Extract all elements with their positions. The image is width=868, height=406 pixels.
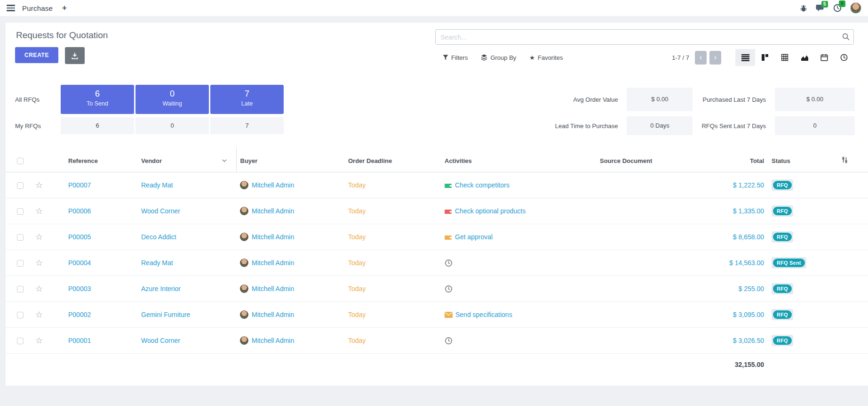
reference-link[interactable]: P00005 bbox=[68, 233, 91, 241]
create-button[interactable]: CREATE bbox=[15, 47, 58, 63]
app-title[interactable]: Purchase bbox=[22, 4, 53, 12]
row-checkbox[interactable] bbox=[17, 338, 24, 344]
buyer-link[interactable]: Mitchell Admin bbox=[252, 207, 294, 215]
my-rfqs-waiting[interactable]: 0 bbox=[135, 117, 209, 134]
row-checkbox[interactable] bbox=[17, 260, 24, 267]
table-row[interactable]: ☆ P00001 Wood Corner Mitchell Admin Toda… bbox=[6, 328, 868, 354]
buyer-link[interactable]: Mitchell Admin bbox=[252, 233, 294, 241]
activity-link[interactable]: Send specifications bbox=[455, 311, 512, 318]
calendar-view-icon[interactable] bbox=[814, 49, 834, 66]
kpi-tile-waiting[interactable]: 0 Waiting bbox=[135, 85, 209, 114]
total-amount: $ 8,658.00 bbox=[733, 233, 764, 241]
header-buyer[interactable]: Buyer bbox=[236, 147, 344, 172]
table-row[interactable]: ☆ P00006 Wood Corner Mitchell Admin Toda… bbox=[6, 198, 868, 224]
header-source-document[interactable]: Source Document bbox=[596, 147, 701, 172]
header-status[interactable]: Status bbox=[768, 147, 821, 172]
clock-icon[interactable] bbox=[445, 259, 453, 267]
menu-toggle-icon[interactable] bbox=[7, 5, 15, 11]
my-rfqs-late[interactable]: 7 bbox=[210, 117, 284, 134]
header-order-deadline[interactable]: Order Deadline bbox=[344, 147, 441, 172]
buyer-avatar bbox=[240, 259, 248, 267]
table-row[interactable]: ☆ P00004 Ready Mat Mitchell Admin Today … bbox=[6, 250, 868, 276]
header-reference[interactable]: Reference bbox=[55, 147, 137, 172]
row-checkbox[interactable] bbox=[17, 208, 24, 215]
buyer-link[interactable]: Mitchell Admin bbox=[252, 285, 294, 292]
activities-clock-icon[interactable]: 9 bbox=[833, 4, 842, 12]
favorite-star-icon[interactable]: ☆ bbox=[35, 206, 43, 216]
row-checkbox[interactable] bbox=[17, 312, 24, 318]
table-row[interactable]: ☆ P00005 Deco Addict Mitchell Admin Toda… bbox=[6, 224, 868, 250]
tasks-icon[interactable] bbox=[445, 235, 452, 240]
reference-link[interactable]: P00004 bbox=[68, 259, 91, 267]
header-vendor[interactable]: Vendor bbox=[137, 147, 236, 172]
reference-link[interactable]: P00007 bbox=[68, 181, 91, 189]
group-by-button[interactable]: Group By bbox=[481, 54, 516, 61]
search-icon[interactable] bbox=[842, 33, 850, 41]
vendor-link[interactable]: Ready Mat bbox=[141, 181, 173, 189]
favorite-star-icon[interactable]: ☆ bbox=[35, 336, 43, 345]
favorites-button[interactable]: ★ Favorites bbox=[529, 54, 563, 61]
table-row[interactable]: ☆ P00002 Gemini Furniture Mitchell Admin… bbox=[6, 302, 868, 328]
clock-icon[interactable] bbox=[445, 285, 453, 293]
header-activities[interactable]: Activities bbox=[441, 147, 596, 172]
favorite-star-icon[interactable]: ☆ bbox=[35, 284, 43, 293]
status-badge: RFQ bbox=[773, 336, 792, 345]
buyer-avatar bbox=[240, 181, 248, 189]
activity-view-icon[interactable] bbox=[834, 49, 854, 66]
user-avatar[interactable] bbox=[850, 2, 861, 14]
buyer-link[interactable]: Mitchell Admin bbox=[252, 311, 294, 318]
list-view-icon[interactable] bbox=[735, 49, 755, 66]
activity-link[interactable]: Check optional products bbox=[455, 207, 526, 215]
vendor-link[interactable]: Wood Corner bbox=[141, 207, 180, 215]
select-all-checkbox[interactable] bbox=[17, 158, 24, 164]
kpi-tile-late[interactable]: 7 Late bbox=[210, 85, 284, 114]
pivot-view-icon[interactable] bbox=[775, 49, 795, 66]
pager-previous-button[interactable]: ‹ bbox=[695, 51, 707, 65]
buyer-avatar bbox=[240, 336, 248, 345]
table-row[interactable]: ☆ P00007 Ready Mat Mitchell Admin Today … bbox=[6, 172, 868, 198]
header-total[interactable]: Total bbox=[701, 147, 768, 172]
kanban-view-icon[interactable] bbox=[755, 49, 775, 66]
buyer-link[interactable]: Mitchell Admin bbox=[252, 337, 294, 344]
tasks-icon[interactable] bbox=[445, 184, 452, 188]
buyer-link[interactable]: Mitchell Admin bbox=[252, 181, 294, 189]
row-checkbox[interactable] bbox=[17, 234, 24, 241]
order-deadline: Today bbox=[348, 207, 366, 215]
row-checkbox[interactable] bbox=[17, 286, 24, 292]
vendor-link[interactable]: Gemini Furniture bbox=[141, 311, 190, 318]
vendor-link[interactable]: Azure Interior bbox=[141, 285, 181, 292]
reference-link[interactable]: P00001 bbox=[68, 337, 91, 344]
vendor-link[interactable]: Wood Corner bbox=[141, 337, 180, 344]
favorite-star-icon[interactable]: ☆ bbox=[35, 258, 43, 268]
filters-button[interactable]: Filters bbox=[443, 54, 468, 61]
activity-link[interactable]: Check competitors bbox=[455, 181, 510, 189]
graph-view-icon[interactable] bbox=[795, 49, 814, 66]
reference-link[interactable]: P00002 bbox=[68, 311, 91, 318]
search-input[interactable] bbox=[435, 29, 854, 45]
view-switcher bbox=[735, 49, 854, 66]
tasks-icon[interactable] bbox=[445, 210, 452, 214]
clock-icon[interactable] bbox=[445, 337, 453, 345]
source-document-cell bbox=[596, 198, 701, 224]
activity-link[interactable]: Get approval bbox=[455, 233, 493, 241]
debug-bug-icon[interactable] bbox=[800, 4, 807, 12]
buyer-link[interactable]: Mitchell Admin bbox=[252, 259, 294, 267]
envelope-icon[interactable] bbox=[445, 312, 453, 318]
favorite-star-icon[interactable]: ☆ bbox=[35, 180, 43, 190]
rfq-list-table: Reference Vendor Buyer Order Deadline Ac… bbox=[6, 147, 868, 375]
kpi-tile-to-send[interactable]: 6 To Send bbox=[61, 85, 134, 114]
pager-next-button[interactable]: › bbox=[709, 51, 721, 65]
vendor-link[interactable]: Ready Mat bbox=[141, 259, 173, 267]
favorite-star-icon[interactable]: ☆ bbox=[35, 310, 43, 319]
vendor-link[interactable]: Deco Addict bbox=[141, 233, 176, 241]
export-button[interactable] bbox=[65, 47, 85, 64]
table-row[interactable]: ☆ P00003 Azure Interior Mitchell Admin T… bbox=[6, 276, 868, 302]
adjust-columns-icon[interactable] bbox=[841, 156, 848, 163]
reference-link[interactable]: P00006 bbox=[68, 207, 91, 215]
reference-link[interactable]: P00003 bbox=[68, 285, 91, 292]
row-checkbox[interactable] bbox=[17, 182, 24, 189]
messages-icon[interactable]: 5 bbox=[816, 4, 825, 12]
favorite-star-icon[interactable]: ☆ bbox=[35, 232, 43, 242]
add-tab-button[interactable]: + bbox=[62, 3, 67, 13]
my-rfqs-to-send[interactable]: 6 bbox=[61, 117, 134, 134]
